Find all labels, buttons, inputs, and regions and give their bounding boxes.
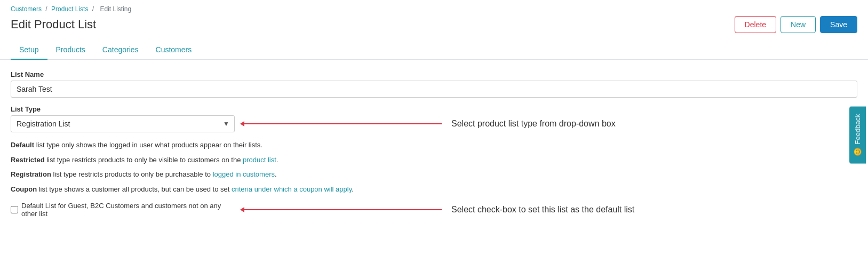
- desc-coupon-text: list type shows a customer all products,…: [39, 185, 232, 193]
- breadcrumb-sep-2: /: [92, 5, 94, 13]
- page-wrapper: Customers / Product Lists / Edit Listing…: [0, 0, 868, 270]
- list-type-annotation-row: Default List Restricted List Registratio…: [11, 115, 857, 132]
- list-name-group: List Name: [11, 70, 857, 98]
- breadcrumb-product-lists[interactable]: Product Lists: [51, 5, 88, 13]
- tab-setup[interactable]: Setup: [11, 41, 47, 60]
- tabs-bar: Setup Products Categories Customers: [0, 41, 868, 60]
- desc-coupon: Coupon list type shows a customer all pr…: [11, 184, 857, 195]
- tab-products[interactable]: Products: [47, 41, 94, 60]
- desc-restricted: Restricted list type restricts products …: [11, 155, 857, 165]
- list-type-group: List Type Default List Restricted List R…: [11, 105, 857, 132]
- default-list-checkbox[interactable]: [11, 206, 18, 213]
- breadcrumb-customers[interactable]: Customers: [11, 5, 42, 13]
- checkbox-arrow-head-icon: [240, 207, 244, 212]
- feedback-icon: 😊: [854, 148, 862, 156]
- desc-coupon-keyword: Coupon: [11, 185, 37, 193]
- checkbox-col: Default List for Guest, B2C Customers an…: [11, 202, 235, 218]
- delete-button[interactable]: Delete: [735, 16, 776, 33]
- desc-restricted-keyword: Restricted: [11, 156, 45, 164]
- checkbox-annotation-text: Select check-box to set this list as the…: [451, 205, 634, 215]
- feedback-label: Feedback: [854, 114, 862, 144]
- tab-customers[interactable]: Customers: [147, 41, 201, 60]
- list-type-select-col: Default List Restricted List Registratio…: [11, 115, 235, 132]
- toolbar-btn-group: Delete New Save: [735, 16, 857, 33]
- desc-restricted-text: list type restricts products to only be …: [46, 156, 243, 164]
- form-area: List Name List Type Default List Restric…: [0, 60, 868, 228]
- desc-registration-text2: .: [275, 170, 277, 178]
- arrow-body: [244, 123, 442, 124]
- breadcrumb-sep-1: /: [45, 5, 47, 13]
- page-title: Edit Product List: [11, 18, 96, 31]
- list-type-arrow-col: Select product list type from drop-down …: [235, 119, 857, 129]
- desc-coupon-link: criteria under which a coupon will apply: [232, 185, 352, 193]
- desc-registration: Registration list type restricts product…: [11, 169, 857, 180]
- desc-restricted-link: product list: [243, 156, 276, 164]
- list-name-input[interactable]: [11, 81, 857, 98]
- desc-default: Default list type only shows the logged …: [11, 140, 857, 150]
- arrow-head-left-icon: [240, 121, 244, 126]
- descriptions-block: Default list type only shows the logged …: [11, 140, 857, 194]
- desc-coupon-text2: .: [352, 185, 354, 193]
- breadcrumb-edit-listing: Edit Listing: [100, 5, 131, 13]
- list-type-select[interactable]: Default List Restricted List Registratio…: [11, 115, 235, 132]
- desc-default-keyword: Default: [11, 141, 34, 149]
- feedback-tab[interactable]: 😊 Feedback: [849, 106, 866, 163]
- desc-registration-link: logged in customers: [213, 170, 275, 178]
- list-type-label: List Type: [11, 105, 857, 113]
- tab-categories[interactable]: Categories: [94, 41, 147, 60]
- checkbox-annotation-row: Default List for Guest, B2C Customers an…: [11, 202, 857, 218]
- list-type-arrow-line: Select product list type from drop-down …: [240, 119, 857, 129]
- desc-registration-keyword: Registration: [11, 170, 51, 178]
- checkbox-arrow-body: [244, 209, 442, 210]
- header: Customers / Product Lists / Edit Listing…: [0, 0, 868, 33]
- checkbox-arrow-col: Select check-box to set this list as the…: [235, 205, 857, 215]
- desc-default-text: list type only shows the logged in user …: [36, 141, 262, 149]
- new-button[interactable]: New: [781, 16, 816, 33]
- desc-restricted-text2: .: [276, 156, 278, 164]
- save-button[interactable]: Save: [820, 16, 857, 33]
- list-type-annotation-text: Select product list type from drop-down …: [451, 119, 616, 129]
- list-name-label: List Name: [11, 70, 857, 78]
- breadcrumb: Customers / Product Lists / Edit Listing: [11, 5, 857, 13]
- page-title-row: Edit Product List Delete New Save: [11, 16, 857, 33]
- desc-registration-text: list type restricts products to only be …: [53, 170, 212, 178]
- default-list-checkbox-label: Default List for Guest, B2C Customers an…: [21, 202, 235, 218]
